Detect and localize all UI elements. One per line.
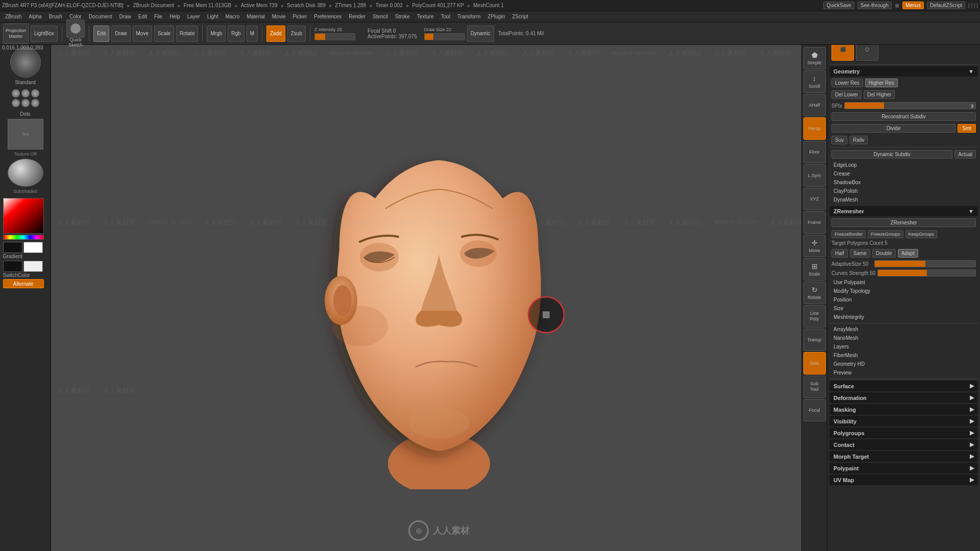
brush-preview[interactable] <box>10 47 41 78</box>
scroll-btn[interactable]: ↕ Scroll <box>803 70 826 93</box>
swatch-light[interactable] <box>23 242 43 253</box>
half-button[interactable]: Half <box>831 249 848 258</box>
simple-brush-btn[interactable]: ⬟ Simple <box>803 47 826 69</box>
lower-res-button[interactable]: Lower Res <box>831 79 863 87</box>
transp-btn[interactable]: Transp <box>803 329 826 351</box>
divide-button[interactable]: Divide <box>831 124 955 133</box>
mesh-integrity-item[interactable]: MeshIntegrity <box>829 313 978 321</box>
move-tool-btn[interactable]: ✛ Move <box>803 235 826 257</box>
dynamic-button[interactable]: Dynamic <box>467 26 494 42</box>
scale-button[interactable]: Scale <box>154 26 174 42</box>
uv-map-title[interactable]: UV Map ▶ <box>829 474 978 485</box>
ahalf-btn[interactable]: AHalf <box>803 94 826 116</box>
rgb-button[interactable]: Rgb <box>228 26 244 42</box>
draw-size-slider[interactable] <box>424 33 465 40</box>
smt-button[interactable]: Smt <box>958 124 976 133</box>
keep-groups-button[interactable]: KeepGroups <box>905 230 938 238</box>
menu-brush[interactable]: Brush <box>46 13 65 20</box>
frame-btn[interactable]: Frame <box>803 211 826 234</box>
quick-sketch-area[interactable]: QuickSketch <box>66 19 85 48</box>
crease-item[interactable]: Crease <box>829 169 978 178</box>
masking-title[interactable]: Masking ▶ <box>829 404 978 415</box>
claypolish-item[interactable]: ClayPolish <box>829 187 978 195</box>
mrgb-button[interactable]: Mrgb <box>207 26 226 42</box>
spix-slider[interactable]: 3 <box>844 102 976 109</box>
menu-stencil[interactable]: Stencil <box>370 13 391 20</box>
polygroups-title[interactable]: Polygroups ▶ <box>829 428 978 438</box>
modify-topology-item[interactable]: Modify Topology <box>829 287 978 295</box>
menu-edit[interactable]: Edit <box>135 13 150 20</box>
menu-zplugin[interactable]: ZPlugin <box>484 13 508 20</box>
linepoly-btn[interactable]: Line Poly <box>803 305 826 328</box>
sub-shaded-preview[interactable] <box>8 159 43 187</box>
lightbox-button[interactable]: LightBox <box>31 26 58 42</box>
dynamesh-item[interactable]: DynaMesh <box>829 195 978 204</box>
surface-title[interactable]: Surface ▶ <box>829 381 978 391</box>
curves-strength-slider[interactable] <box>877 269 976 277</box>
move-button[interactable]: Move <box>133 26 152 42</box>
position-item[interactable]: Position <box>829 295 978 304</box>
projection-master-button[interactable]: Projection Master <box>3 23 29 44</box>
scale-tool-btn[interactable]: ⊞ Scale <box>803 258 826 281</box>
menu-document[interactable]: Document <box>86 13 115 20</box>
menu-macro[interactable]: Macro <box>222 13 242 20</box>
quicksave-button[interactable]: QuickSave <box>823 2 854 9</box>
menu-layer[interactable]: Layer <box>184 13 203 20</box>
edit-button[interactable]: Edit <box>93 26 109 42</box>
draw-button[interactable]: Draw <box>111 26 130 42</box>
adapt-button[interactable]: Adapt <box>898 249 918 258</box>
reconstruct-subdiv-button[interactable]: Reconstruct Subdiv <box>831 112 976 121</box>
menu-draw[interactable]: Draw <box>116 13 134 20</box>
menu-movie[interactable]: Movie <box>269 13 289 20</box>
color-gradient[interactable] <box>3 198 44 234</box>
menu-light[interactable]: Light <box>204 13 222 20</box>
color-gradient-container[interactable] <box>3 198 44 234</box>
default-zscript-button[interactable]: DefaultZScript <box>927 2 965 9</box>
preview-item[interactable]: Preview <box>829 368 978 377</box>
menu-help[interactable]: Help <box>166 13 183 20</box>
rallv-button[interactable]: Rallv <box>849 136 868 144</box>
menu-file[interactable]: File <box>151 13 165 20</box>
zremesher-button[interactable]: ZRemesher <box>831 218 976 227</box>
geometry-hd-item[interactable]: Geometry HD <box>829 360 978 368</box>
texture-preview[interactable]: Tex <box>8 119 43 149</box>
menu-material[interactable]: Material <box>243 13 268 20</box>
color-swatch-white[interactable] <box>23 261 43 272</box>
layers-item[interactable]: Layers <box>829 342 978 351</box>
use-polypaint-item[interactable]: Use Polypaint <box>829 278 978 287</box>
menu-stroke[interactable]: Stroke <box>392 13 413 20</box>
floor-btn[interactable]: Floor <box>803 141 826 163</box>
color-swatch-black[interactable] <box>3 261 22 272</box>
suv-button[interactable]: Suv <box>831 136 847 144</box>
menu-preferences[interactable]: Preferences <box>311 13 345 20</box>
polypaint-title[interactable]: Polypaint ▶ <box>829 463 978 473</box>
nano-mesh-item[interactable]: NanoMesh <box>829 334 978 342</box>
xyz-btn-vert[interactable]: XYZ <box>803 188 826 210</box>
rotate-tool-btn[interactable]: ↻ Rotate <box>803 282 826 304</box>
actual-button[interactable]: Actual <box>954 150 976 159</box>
alternate-button[interactable]: Alternate <box>3 279 44 288</box>
double-button[interactable]: Double <box>872 249 896 258</box>
edgeloop-item[interactable]: EdgeLoop <box>829 161 978 169</box>
menu-texture[interactable]: Texture <box>414 13 437 20</box>
solo-btn[interactable]: Solo <box>803 352 826 374</box>
z-intensity-slider[interactable] <box>314 33 355 40</box>
zadd-button[interactable]: Zadd <box>266 26 285 42</box>
persp-btn[interactable]: Persp <box>803 117 826 140</box>
geometry-section-title[interactable]: Geometry ▼ <box>829 66 978 77</box>
menu-tool[interactable]: Tool <box>438 13 453 20</box>
see-through-button[interactable]: See-through <box>857 2 892 9</box>
del-higher-button[interactable]: Del Higher <box>864 90 895 99</box>
rotate-button[interactable]: Rotate <box>176 26 198 42</box>
adaptive-size-slider[interactable] <box>874 260 976 267</box>
shadowbox-item[interactable]: ShadowBox <box>829 178 978 187</box>
freeze-groups-button[interactable]: FreezeGroups <box>868 230 903 238</box>
same-button[interactable]: Same <box>850 249 870 258</box>
array-mesh-item[interactable]: ArrayMesh <box>829 325 978 334</box>
zremesher-title[interactable]: ZRemesher ▼ <box>829 206 978 216</box>
fiber-mesh-item[interactable]: FiberMesh <box>829 351 978 360</box>
m-button[interactable]: M <box>247 26 258 42</box>
zsub-button[interactable]: Zsub <box>287 26 306 42</box>
menu-picker[interactable]: Picker <box>289 13 310 20</box>
menu-zscript[interactable]: ZScript <box>509 13 531 20</box>
